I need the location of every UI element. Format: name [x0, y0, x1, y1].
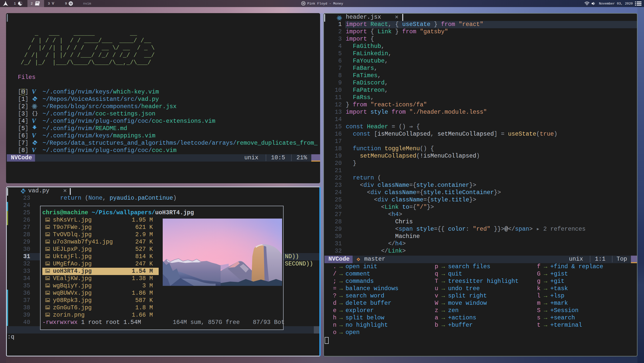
svg-text:{}: {}	[32, 111, 38, 116]
